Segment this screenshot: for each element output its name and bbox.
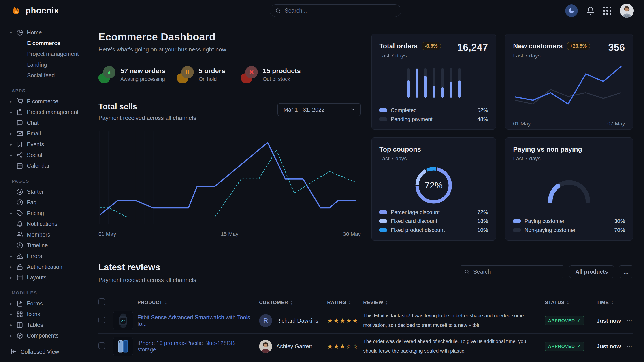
- sidebar-subitem-landing[interactable]: Landing: [0, 59, 85, 70]
- product-link[interactable]: Fitbit Sense Advanced Smartwatch with To…: [138, 314, 259, 327]
- nine-dots-icon: [603, 7, 611, 15]
- grid-icon: [16, 311, 23, 318]
- column-label: PRODUCT: [138, 300, 162, 306]
- user-avatar[interactable]: [620, 4, 634, 18]
- apps-grid-button[interactable]: [603, 7, 611, 15]
- sidebar-item-members[interactable]: Members: [0, 229, 85, 240]
- sidebar-item-tables[interactable]: ▸Tables: [0, 320, 85, 330]
- sidebar: ▾HomeE commerceProject managementLanding…: [0, 21, 86, 362]
- pie-chart-icon: [16, 29, 23, 36]
- chat-icon: [16, 120, 23, 126]
- sidebar-item-authentication[interactable]: ▸Authentication: [0, 261, 85, 272]
- sidebar-item-faq[interactable]: Faq: [0, 197, 85, 208]
- column-header-status[interactable]: STATUS▲▼: [545, 300, 596, 306]
- sidebar-section-label: PAGES: [0, 176, 85, 186]
- kpi-cards-grid: Total orders -6.8% Last 7 days 16,247 Co…: [372, 33, 633, 241]
- sidebar-item-chat[interactable]: Chat: [0, 117, 85, 128]
- customer-cell: RRichard Dawkins: [259, 314, 327, 327]
- bell-icon: [16, 221, 23, 227]
- sidebar-item-label: Home: [27, 29, 42, 36]
- top-coupons-center-value: 72%: [379, 180, 488, 191]
- reviews-search-input[interactable]: [473, 268, 560, 275]
- sidebar-item-e-commerce[interactable]: ▸E commerce: [0, 96, 85, 107]
- row-checkbox[interactable]: [98, 342, 105, 349]
- top-coupons-legend: Percentage discount72%Fixed card discoun…: [379, 209, 488, 233]
- sidebar-item-project-management[interactable]: ▸Project management: [0, 107, 85, 117]
- date-range-select[interactable]: Mar 1 - 31, 2022: [278, 103, 361, 116]
- sidebar-item-email[interactable]: ▸Email: [0, 128, 85, 139]
- legend-label: Fixed card discount: [391, 218, 437, 224]
- cart-icon: [16, 98, 23, 105]
- all-products-button[interactable]: All products: [569, 265, 614, 278]
- new-customers-line-chart: [513, 59, 625, 117]
- sidebar-item-forms[interactable]: ▸Forms: [0, 298, 85, 309]
- sidebar-item-notifications[interactable]: Notifications: [0, 218, 85, 229]
- theme-toggle-button[interactable]: [565, 4, 578, 17]
- reviews-more-button[interactable]: ...: [619, 265, 633, 278]
- stats-divider: [98, 94, 361, 94]
- clock-icon: [16, 242, 23, 249]
- navbar-search-input[interactable]: [284, 7, 396, 14]
- legend-row: Non-paying customer70%: [513, 227, 625, 233]
- paying-period: Last 7 days: [513, 155, 625, 162]
- search-icon: [275, 7, 281, 14]
- sidebar-item-events[interactable]: ▸Events: [0, 139, 85, 150]
- paying-title: Paying vs non paying: [513, 146, 625, 153]
- caret-right-icon: ▸: [10, 264, 16, 269]
- sidebar-subitem-e-commerce[interactable]: E commerce: [0, 38, 85, 48]
- alert-icon: [16, 253, 23, 259]
- column-header-time[interactable]: TIME▲▼: [596, 300, 626, 306]
- header-checkbox-cell: [98, 299, 113, 307]
- brand-logo[interactable]: phoenix: [12, 0, 59, 21]
- column-header-customer[interactable]: CUSTOMER▲▼: [259, 300, 327, 306]
- row-more-button[interactable]: ⋯: [626, 343, 633, 350]
- caret-right-icon: ▸: [10, 275, 16, 280]
- x-status-icon: ✕: [241, 66, 258, 83]
- customer-avatar: [259, 340, 272, 353]
- notifications-button[interactable]: [586, 6, 595, 15]
- sort-icon: ▲▼: [567, 300, 569, 305]
- sidebar-item-calendar[interactable]: Calendar: [0, 160, 85, 171]
- sidebar-item-label: Starter: [27, 188, 44, 195]
- reviews-search[interactable]: [460, 265, 564, 278]
- product-link[interactable]: iPhone 13 pro max-Pacific Blue-128GB sto…: [138, 340, 259, 353]
- row-checkbox[interactable]: [98, 317, 105, 323]
- row-more-button[interactable]: ⋯: [626, 317, 633, 324]
- column-label: TIME: [596, 300, 609, 306]
- total-orders-legend: Completed52%Pending payment48%: [379, 107, 488, 122]
- legend-row: Fixed product discount10%: [379, 227, 488, 233]
- bell-icon: [586, 6, 595, 15]
- sidebar-item-home[interactable]: ▾Home: [0, 27, 85, 38]
- caret-right-icon: ▸: [10, 254, 16, 259]
- sidebar-item-label: Social: [27, 152, 42, 158]
- sidebar-item-label: Notifications: [27, 221, 57, 227]
- top-navbar: phoenix: [0, 0, 644, 21]
- sidebar-item-errors[interactable]: ▸Errors: [0, 251, 85, 261]
- legend-label: Percentage discount: [391, 209, 440, 215]
- sidebar-item-label: Email: [27, 130, 41, 137]
- page-subtitle: Here's what's going on at your business …: [98, 46, 361, 53]
- sidebar-subitem-social-feed[interactable]: Social feed: [0, 70, 85, 81]
- sidebar-item-layouts[interactable]: ▸Layouts: [0, 272, 85, 283]
- customer-avatar: R: [259, 314, 272, 327]
- help-icon: [16, 199, 23, 206]
- total-sells-x-axis: 01 May 15 May 30 May: [98, 231, 361, 237]
- stat-sublabel: On hold: [199, 76, 225, 82]
- select-all-checkbox[interactable]: [98, 299, 105, 305]
- sidebar-item-starter[interactable]: Starter: [0, 186, 85, 197]
- navbar-search[interactable]: [270, 4, 401, 17]
- sidebar-item-timeline[interactable]: Timeline: [0, 240, 85, 251]
- sidebar-item-label: Calendar: [27, 163, 50, 169]
- sidebar-subitem-project-management[interactable]: Project management: [0, 48, 85, 59]
- bookmark-icon: [16, 141, 23, 148]
- sidebar-item-pricing[interactable]: ▸Pricing: [0, 208, 85, 218]
- column-header-review[interactable]: REVIEW▲▼: [363, 300, 545, 306]
- calendar-icon: [16, 163, 23, 169]
- sidebar-item-icons[interactable]: ▸Icons: [0, 309, 85, 320]
- collapsed-view-toggle[interactable]: Collapsed View: [0, 341, 85, 362]
- legend-value: 48%: [477, 116, 488, 122]
- sidebar-item-components[interactable]: ▸Components: [0, 330, 85, 341]
- sidebar-item-social[interactable]: ▸Social: [0, 150, 85, 160]
- column-header-product[interactable]: PRODUCT▲▼: [138, 300, 259, 306]
- column-header-rating[interactable]: RATING▲▼: [327, 300, 363, 306]
